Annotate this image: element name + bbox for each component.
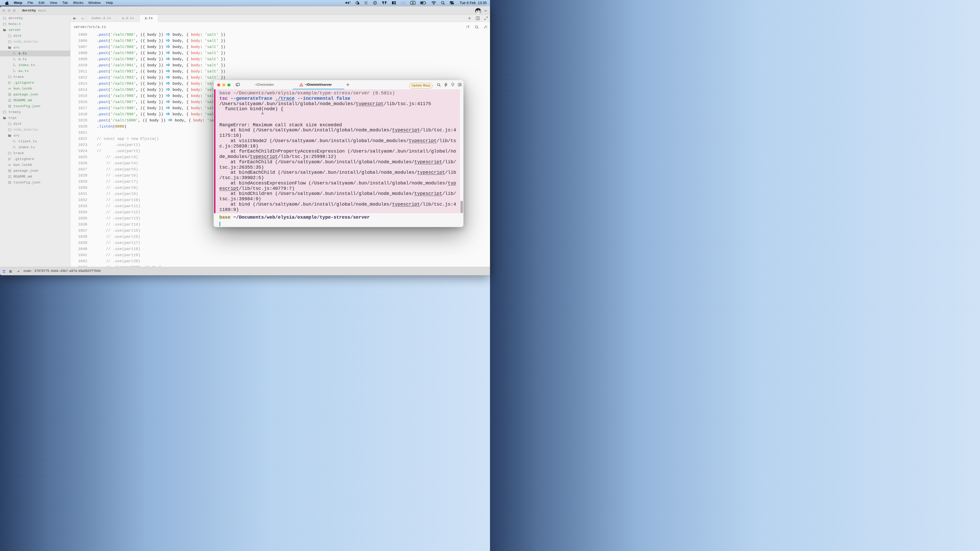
svg-text:TS: TS [14, 70, 16, 72]
svg-text:TS: TS [14, 141, 16, 143]
svg-text:TS: TS [14, 59, 16, 60]
svg-text:A: A [412, 2, 414, 4]
svg-text:T: T [468, 25, 469, 29]
svg-text:TS: TS [14, 147, 16, 148]
svg-text:TS: TS [14, 65, 16, 66]
svg-text:TS: TS [14, 53, 16, 55]
